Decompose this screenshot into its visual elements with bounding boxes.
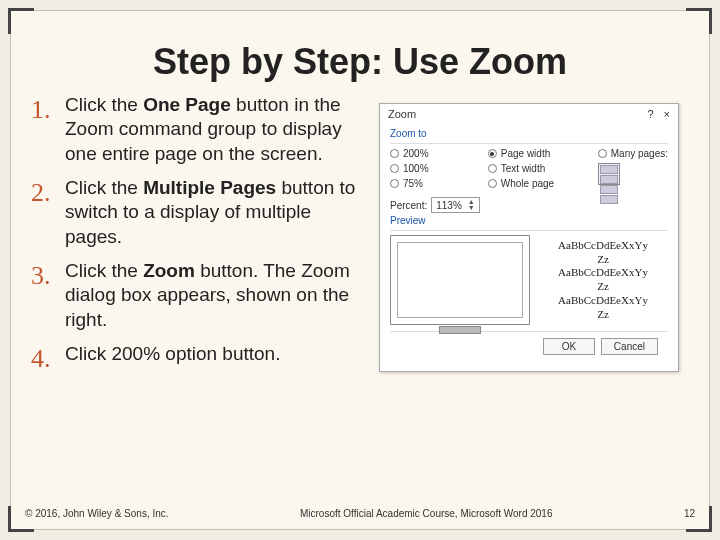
step-3: Click the Zoom button. The Zoom dialog b… <box>31 259 367 332</box>
close-icon[interactable]: × <box>664 108 670 120</box>
preview-area: AaBbCcDdEeXxYy Zz AaBbCcDdEeXxYy Zz AaBb… <box>390 230 668 325</box>
radio-icon <box>390 149 399 158</box>
radio-whole-page[interactable]: Whole page <box>488 178 590 189</box>
radio-mp-label: Many pages: <box>611 148 668 159</box>
step-4: Click 200% option button. <box>31 342 367 366</box>
radio-many-pages[interactable]: Many pages: <box>598 148 668 159</box>
page-title: Step by Step: Use Zoom <box>11 11 709 93</box>
radio-icon <box>488 179 497 188</box>
step-4-text: Click 200% option button. <box>65 343 280 364</box>
zoomto-label: Zoom to <box>390 128 668 139</box>
radio-tw-label: Text width <box>501 163 545 174</box>
corner-tr <box>686 8 712 34</box>
corner-tl <box>8 8 34 34</box>
percent-label: Percent: <box>390 200 427 211</box>
footer: © 2016, John Wiley & Sons, Inc. Microsof… <box>25 508 695 519</box>
radio-200[interactable]: 200% <box>390 148 480 159</box>
slide: Step by Step: Use Zoom Click the One Pag… <box>10 10 710 530</box>
sample-text: AaBbCcDdEeXxYy Zz AaBbCcDdEeXxYy Zz AaBb… <box>538 239 668 322</box>
sample-line: AaBbCcDdEeXxYy <box>538 294 668 308</box>
step-2-bold: Multiple Pages <box>143 177 276 198</box>
zoom-dialog: Zoom ? × Zoom to 200% 100% 75% <box>379 103 679 372</box>
footer-left: © 2016, John Wiley & Sons, Inc. <box>25 508 169 519</box>
zoom-dialog-figure: Zoom ? × Zoom to 200% 100% 75% <box>379 103 679 376</box>
dialog-titlebar: Zoom ? × <box>380 104 678 124</box>
step-1: Click the One Page button in the Zoom co… <box>31 93 367 166</box>
radio-icon <box>390 164 399 173</box>
sample-line: Zz <box>538 253 668 267</box>
radio-wp-label: Whole page <box>501 178 554 189</box>
sample-line: AaBbCcDdEeXxYy <box>538 239 668 253</box>
radio-200-label: 200% <box>403 148 429 159</box>
radio-75-label: 75% <box>403 178 423 189</box>
radio-page-width[interactable]: Page width <box>488 148 590 159</box>
dialog-title: Zoom <box>388 108 416 120</box>
radio-icon <box>390 179 399 188</box>
content-row: Click the One Page button in the Zoom co… <box>11 93 709 376</box>
step-1-bold: One Page <box>143 94 231 115</box>
radio-icon <box>488 149 497 158</box>
footer-center: Microsoft Official Academic Course, Micr… <box>300 508 553 519</box>
spinner-arrows-icon: ▲▼ <box>468 199 475 211</box>
sample-line: AaBbCcDdEeXxYy <box>538 266 668 280</box>
step-2-text-a: Click the <box>65 177 143 198</box>
percent-value: 113% <box>436 200 462 211</box>
preview-label: Preview <box>390 215 668 226</box>
sample-line: Zz <box>538 280 668 294</box>
radio-75[interactable]: 75% <box>390 178 480 189</box>
radio-icon <box>488 164 497 173</box>
step-3-bold: Zoom <box>143 260 195 281</box>
help-icon[interactable]: ? <box>647 108 653 120</box>
radio-icon <box>598 149 607 158</box>
percent-spinner[interactable]: 113%▲▼ <box>431 197 480 213</box>
steps-list: Click the One Page button in the Zoom co… <box>31 93 379 376</box>
radio-pw-label: Page width <box>501 148 550 159</box>
ok-button[interactable]: OK <box>543 338 595 355</box>
radio-text-width[interactable]: Text width <box>488 163 590 174</box>
footer-page: 12 <box>684 508 695 519</box>
sample-line: Zz <box>538 308 668 322</box>
radio-100[interactable]: 100% <box>390 163 480 174</box>
step-1-text-a: Click the <box>65 94 143 115</box>
monitor-icon <box>390 235 530 325</box>
radio-100-label: 100% <box>403 163 429 174</box>
step-2: Click the Multiple Pages button to switc… <box>31 176 367 249</box>
step-3-text-a: Click the <box>65 260 143 281</box>
cancel-button[interactable]: Cancel <box>601 338 658 355</box>
many-pages-icon[interactable] <box>598 163 620 185</box>
